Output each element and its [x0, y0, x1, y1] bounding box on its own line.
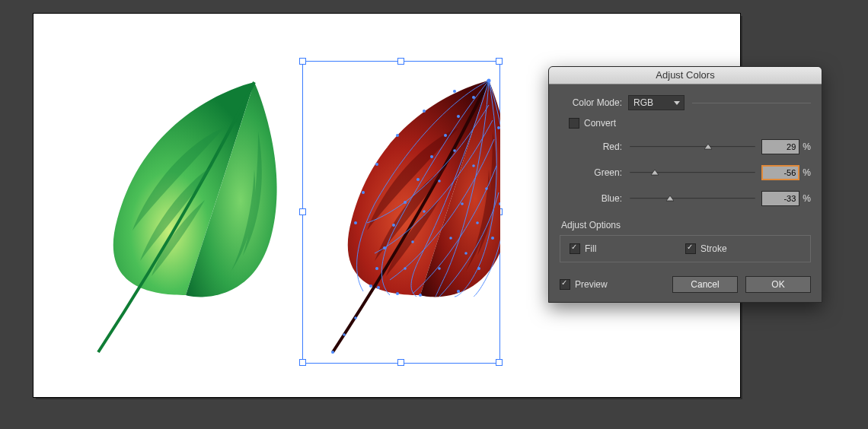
svg-point-31 — [472, 164, 475, 167]
preview-checkbox[interactable] — [560, 279, 570, 290]
svg-point-7 — [392, 224, 395, 227]
svg-point-26 — [453, 149, 456, 152]
svg-point-4 — [430, 155, 433, 158]
svg-point-17 — [497, 126, 500, 129]
stroke-label: Stroke — [700, 243, 727, 254]
svg-point-22 — [457, 290, 460, 293]
blue-slider[interactable] — [630, 193, 755, 204]
divider — [692, 103, 811, 103]
svg-point-32 — [461, 202, 464, 205]
percent-label: % — [803, 167, 811, 178]
svg-point-29 — [411, 240, 414, 243]
svg-point-30 — [404, 267, 407, 270]
svg-point-27 — [438, 180, 441, 183]
svg-point-14 — [396, 134, 399, 137]
svg-point-21 — [477, 267, 480, 270]
adjust-options-title: Adjust Options — [561, 220, 811, 230]
fill-label: Fill — [585, 243, 596, 254]
convert-checkbox[interactable] — [569, 118, 579, 129]
percent-label: % — [803, 193, 811, 204]
svg-point-23 — [419, 294, 422, 297]
svg-point-37 — [464, 252, 468, 255]
cancel-button[interactable]: Cancel — [672, 276, 738, 293]
svg-point-2 — [457, 115, 460, 118]
svg-point-38 — [354, 316, 357, 319]
workspace: Adjust Colors Color Mode: RGB Convert Re… — [0, 0, 868, 429]
ok-button[interactable]: OK — [745, 276, 811, 293]
slider-label: Red: — [560, 141, 628, 152]
fill-checkbox[interactable] — [570, 243, 580, 254]
svg-point-11 — [354, 221, 357, 224]
svg-point-6 — [404, 201, 407, 204]
color-mode-label: Color Mode: — [560, 97, 628, 108]
blue-value-input[interactable]: -33 — [761, 191, 799, 206]
svg-point-13 — [375, 163, 378, 166]
svg-point-25 — [377, 286, 380, 289]
green-leaf-artwork[interactable] — [64, 59, 300, 364]
red-slider[interactable] — [630, 141, 755, 152]
svg-point-24 — [396, 292, 399, 295]
svg-point-40 — [331, 351, 334, 354]
adjust-options-group: Fill Stroke — [560, 235, 811, 262]
svg-point-0 — [487, 79, 491, 83]
svg-point-35 — [485, 187, 488, 190]
red-leaf-artwork-selected[interactable] — [302, 59, 500, 364]
svg-point-36 — [476, 221, 479, 224]
svg-point-9 — [375, 267, 378, 270]
percent-label: % — [803, 141, 811, 152]
dialog-title[interactable]: Adjust Colors — [549, 67, 822, 84]
svg-point-16 — [453, 90, 456, 93]
svg-point-3 — [444, 134, 447, 137]
green-value-input[interactable]: -56 — [761, 165, 799, 180]
svg-point-15 — [423, 110, 426, 113]
convert-label: Convert — [584, 118, 616, 129]
adjust-colors-dialog: Adjust Colors Color Mode: RGB Convert Re… — [548, 66, 822, 303]
svg-point-8 — [383, 246, 386, 249]
svg-point-10 — [369, 284, 372, 288]
stroke-checkbox[interactable] — [685, 243, 696, 254]
slider-label: Green: — [560, 167, 628, 178]
svg-point-39 — [343, 333, 346, 336]
svg-point-33 — [449, 237, 452, 240]
preview-label: Preview — [575, 279, 608, 290]
green-slider[interactable] — [630, 167, 755, 178]
svg-point-5 — [416, 178, 420, 181]
slider-label: Blue: — [560, 193, 628, 204]
svg-point-1 — [472, 96, 475, 99]
svg-point-28 — [423, 210, 426, 213]
red-value-input[interactable]: 29 — [761, 139, 799, 154]
svg-point-12 — [362, 191, 365, 194]
color-mode-select[interactable]: RGB — [628, 95, 685, 110]
svg-point-20 — [491, 237, 494, 240]
svg-point-34 — [438, 267, 441, 270]
